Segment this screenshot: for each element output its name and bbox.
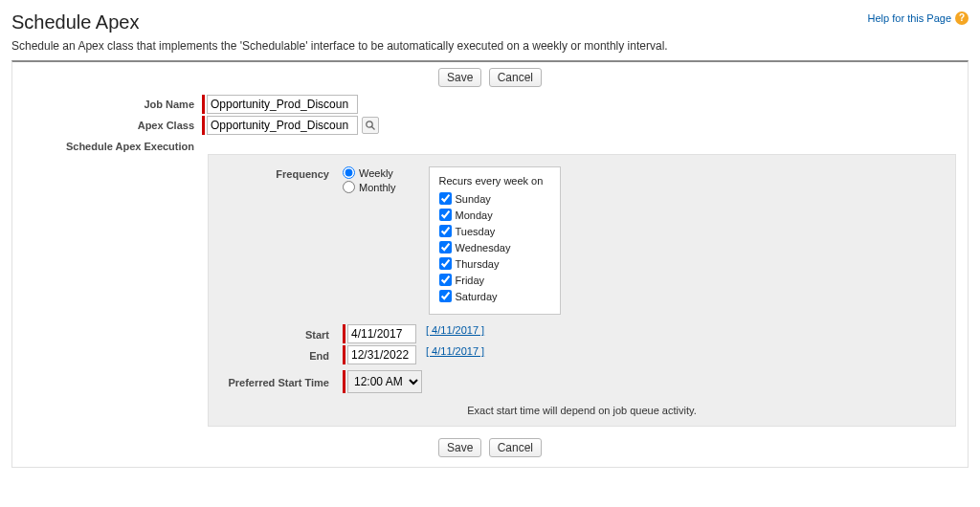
recur-day-label: Friday (456, 275, 485, 286)
intro-text: Schedule an Apex class that implements t… (11, 39, 969, 53)
recur-day-label: Sunday (456, 193, 491, 205)
preferred-start-time-select[interactable]: 12:00 AM (347, 370, 422, 393)
frequency-monthly-option[interactable]: Monthly (343, 181, 396, 193)
recur-day-option[interactable]: Sunday (439, 192, 544, 205)
recur-title: Recurs every week on (439, 175, 544, 187)
page-title: Schedule Apex (11, 11, 139, 33)
end-date-today-link[interactable]: [ 4/11/2017 ] (426, 345, 484, 357)
recur-day-checkbox[interactable] (439, 225, 452, 237)
lookup-icon[interactable] (362, 117, 379, 134)
svg-point-0 (367, 121, 372, 127)
job-name-input[interactable] (207, 95, 358, 114)
recur-day-checkbox[interactable] (439, 274, 452, 286)
recur-day-label: Saturday (456, 291, 498, 302)
schedule-exec-panel: Frequency Weekly Monthly Recurs ever (208, 154, 956, 427)
recur-day-option[interactable]: Friday (439, 274, 544, 286)
frequency-label: Frequency (209, 166, 343, 180)
top-button-bar: Save Cancel (12, 62, 968, 93)
recur-day-label: Wednesday (456, 242, 511, 254)
schedule-section-label: Schedule Apex Execution (12, 139, 202, 152)
recur-day-checkbox[interactable] (439, 209, 452, 221)
frequency-weekly-radio[interactable] (343, 166, 355, 179)
main-panel: Save Cancel Job Name Apex Class (11, 60, 969, 468)
recur-day-label: Thursday (456, 258, 500, 270)
end-label: End (209, 348, 343, 362)
help-link[interactable]: Help for this Page ? (868, 11, 969, 25)
start-date-today-link[interactable]: [ 4/11/2017 ] (426, 324, 484, 336)
recur-box: Recurs every week on SundayMondayTuesday… (429, 166, 562, 315)
recur-day-checkbox[interactable] (439, 257, 452, 270)
recur-day-option[interactable]: Monday (439, 209, 544, 221)
recur-day-option[interactable]: Wednesday (439, 241, 544, 254)
recur-day-checkbox[interactable] (439, 241, 452, 254)
cancel-button[interactable]: Cancel (489, 68, 542, 87)
help-icon: ? (955, 11, 969, 25)
start-time-hint: Exact start time will depend on job queu… (209, 405, 955, 416)
frequency-weekly-text: Weekly (359, 167, 393, 179)
job-name-label: Job Name (12, 99, 202, 110)
recur-day-label: Monday (456, 209, 493, 221)
recur-day-option[interactable]: Thursday (439, 257, 544, 270)
frequency-monthly-radio[interactable] (343, 181, 355, 193)
apex-class-label: Apex Class (12, 120, 202, 131)
start-date-input[interactable] (347, 324, 416, 343)
preferred-start-time-label: Preferred Start Time (209, 375, 343, 388)
recur-day-checkbox[interactable] (439, 192, 452, 205)
svg-line-1 (372, 127, 375, 130)
start-label: Start (209, 327, 343, 341)
end-date-input[interactable] (347, 345, 416, 364)
recur-day-option[interactable]: Tuesday (439, 225, 544, 237)
help-link-text: Help for this Page (868, 12, 951, 24)
cancel-button-bottom[interactable]: Cancel (489, 438, 542, 457)
apex-class-input[interactable] (207, 116, 358, 135)
recur-day-option[interactable]: Saturday (439, 290, 544, 302)
recur-day-label: Tuesday (456, 226, 496, 237)
recur-day-checkbox[interactable] (439, 290, 452, 302)
save-button[interactable]: Save (438, 68, 481, 87)
frequency-weekly-option[interactable]: Weekly (343, 166, 396, 179)
save-button-bottom[interactable]: Save (438, 438, 481, 457)
frequency-monthly-text: Monthly (359, 182, 396, 193)
bottom-button-bar: Save Cancel (12, 432, 968, 463)
